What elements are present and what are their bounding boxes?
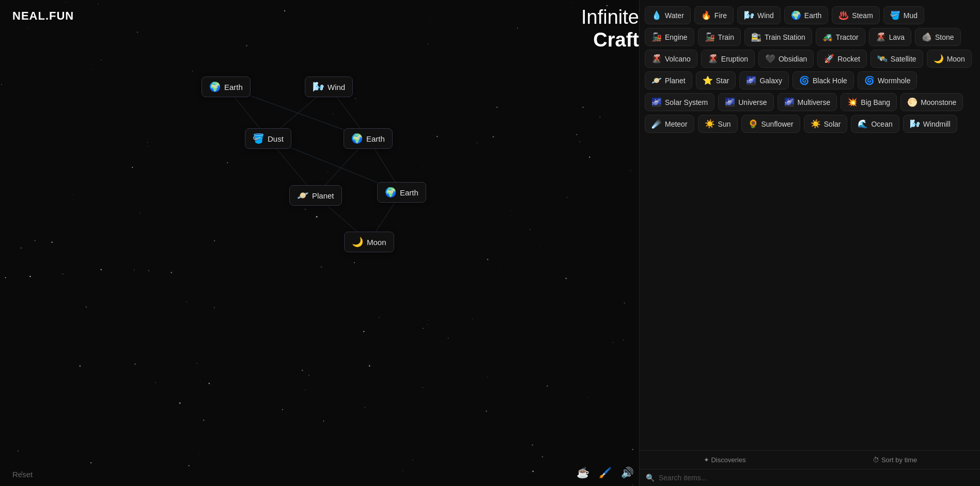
bottom-toolbar: ☕ 🖌️ 🔊 xyxy=(577,466,634,479)
item-emoji: 🔥 xyxy=(701,10,711,20)
item-emoji: 💥 xyxy=(847,97,858,107)
node-label: Dust xyxy=(268,134,284,143)
item-emoji: 🌋 xyxy=(651,54,662,64)
item-emoji: 💧 xyxy=(651,10,662,20)
item-label: Ocean xyxy=(871,120,892,128)
item-emoji: 🌀 xyxy=(864,75,875,85)
item-label: Mud xyxy=(904,11,917,20)
logo: NEAL.FUN xyxy=(12,9,74,23)
sidebar-item-wind[interactable]: 🌬️Wind xyxy=(737,6,781,24)
item-emoji: ♨️ xyxy=(838,10,849,20)
node-label: Earth xyxy=(366,134,385,143)
sidebar-item-tractor[interactable]: 🚜Tractor xyxy=(816,28,865,46)
sidebar-item-rocket[interactable]: 🚀Rocket xyxy=(817,50,867,68)
item-label: Train Station xyxy=(765,33,805,41)
item-emoji: 🌙 xyxy=(934,54,944,64)
item-emoji: 🪐 xyxy=(651,75,662,85)
sidebar-item-solar[interactable]: ☀️Solar xyxy=(804,115,848,133)
sidebar-item-satellite[interactable]: 🛰️Satellite xyxy=(870,50,923,68)
sidebar-item-earth[interactable]: 🌍Earth xyxy=(784,6,828,24)
sidebar-item-sun[interactable]: ☀️Sun xyxy=(698,115,738,133)
sound-icon[interactable]: 🔊 xyxy=(621,466,634,479)
sidebar-item-mud[interactable]: 🪣Mud xyxy=(883,6,924,24)
sidebar-item-volcano[interactable]: 🌋Volcano xyxy=(645,50,697,68)
sidebar-item-planet[interactable]: 🪐Planet xyxy=(645,71,692,89)
item-label: Moon xyxy=(947,55,965,63)
node-emoji: 🪐 xyxy=(297,190,308,201)
sidebar-item-engine[interactable]: 🚂Engine xyxy=(645,28,694,46)
sidebar-item-multiverse[interactable]: 🌌Multiverse xyxy=(777,93,837,111)
item-label: Sun xyxy=(718,120,731,128)
item-label: Obsidian xyxy=(779,55,807,63)
search-icon: 🔍 xyxy=(646,474,655,482)
item-label: Solar xyxy=(824,120,841,128)
sidebar-item-galaxy[interactable]: 🌌Galaxy xyxy=(739,71,789,89)
sidebar-item-fire[interactable]: 🔥Fire xyxy=(694,6,734,24)
sidebar-item-wormhole[interactable]: 🌀Wormhole xyxy=(858,71,917,89)
item-emoji: 🛰️ xyxy=(877,54,888,64)
sidebar-item-train-station[interactable]: 🚉Train Station xyxy=(744,28,812,46)
search-input[interactable] xyxy=(659,474,974,482)
item-label: Universe xyxy=(738,98,767,107)
sidebar-item-solar-system[interactable]: 🌌Solar System xyxy=(645,93,714,111)
item-label: Sunflower xyxy=(761,120,794,128)
item-label: Multiverse xyxy=(798,98,831,107)
sidebar-item-obsidian[interactable]: 🖤Obsidian xyxy=(758,50,814,68)
node-dust1[interactable]: 🪣Dust xyxy=(245,128,291,149)
tab-discoveries[interactable]: ✦ Discoveries xyxy=(640,451,810,469)
item-label: Earth xyxy=(804,11,821,20)
item-label: Wormhole xyxy=(878,77,911,85)
item-label: Eruption xyxy=(721,55,748,63)
craft-canvas: 🌍Earth🌬️Wind🪣Dust🌍Earth🪐Planet🌍Earth🌙Moo… xyxy=(0,0,635,486)
sidebar-item-steam[interactable]: ♨️Steam xyxy=(832,6,879,24)
node-earth2[interactable]: 🌍Earth xyxy=(344,128,393,149)
item-label: Stone xyxy=(935,33,954,41)
sidebar-item-meteor[interactable]: ☄️Meteor xyxy=(645,115,694,133)
item-emoji: ☄️ xyxy=(651,119,662,129)
sidebar-item-star[interactable]: ⭐Star xyxy=(696,71,736,89)
node-planet1[interactable]: 🪐Planet xyxy=(289,185,342,206)
node-emoji: 🌍 xyxy=(385,187,396,198)
item-label: Fire xyxy=(714,11,727,20)
sidebar-item-eruption[interactable]: 🌋Eruption xyxy=(701,50,755,68)
item-label: Galaxy xyxy=(759,77,782,85)
sidebar-item-moonstone[interactable]: 🌕Moonstone xyxy=(900,93,963,111)
item-label: Lava xyxy=(889,33,905,41)
brush-icon[interactable]: 🖌️ xyxy=(599,466,612,479)
node-earth3[interactable]: 🌍Earth xyxy=(377,182,426,203)
item-label: Steam xyxy=(852,11,873,20)
reset-button[interactable]: Reset xyxy=(12,470,33,479)
item-emoji: 🖤 xyxy=(765,54,775,64)
node-label: Earth xyxy=(224,83,243,92)
sidebar-item-windmill[interactable]: 🌬️Windmill xyxy=(903,115,957,133)
item-label: Windmill xyxy=(923,120,951,128)
sidebar-item-moon[interactable]: 🌙Moon xyxy=(927,50,972,68)
node-label: Moon xyxy=(367,238,386,247)
tab-sort-by-time[interactable]: ⏱ Sort by time xyxy=(810,451,981,469)
item-label: Solar System xyxy=(665,98,708,107)
item-emoji: 🌋 xyxy=(708,54,718,64)
sidebar-item-sunflower[interactable]: 🌻Sunflower xyxy=(741,115,800,133)
node-wind1[interactable]: 🌬️Wind xyxy=(305,77,353,97)
item-emoji: 🌌 xyxy=(725,97,735,107)
item-emoji: 🚂 xyxy=(651,32,662,42)
sidebar-item-train[interactable]: 🚂Train xyxy=(698,28,741,46)
item-label: Tractor xyxy=(836,33,859,41)
item-emoji: 🌕 xyxy=(907,97,917,107)
sidebar-item-ocean[interactable]: 🌊Ocean xyxy=(851,115,899,133)
sidebar-item-black-hole[interactable]: 🌀Black Hole xyxy=(792,71,854,89)
sidebar-item-universe[interactable]: 🌌Universe xyxy=(718,93,773,111)
item-emoji: 🌍 xyxy=(791,10,801,20)
sidebar-item-big-bang[interactable]: 💥Big Bang xyxy=(841,93,897,111)
sidebar-tabs: ✦ Discoveries ⏱ Sort by time xyxy=(640,451,980,469)
item-emoji: 🚉 xyxy=(751,32,761,42)
node-emoji: 🪣 xyxy=(253,133,264,144)
item-emoji: ⭐ xyxy=(703,75,713,85)
node-earth1[interactable]: 🌍Earth xyxy=(201,77,251,97)
sidebar-item-water[interactable]: 💧Water xyxy=(645,6,691,24)
node-moon1[interactable]: 🌙Moon xyxy=(344,232,394,252)
sidebar-item-lava[interactable]: 🌋Lava xyxy=(869,28,911,46)
coffee-icon[interactable]: ☕ xyxy=(577,466,589,479)
item-label: Meteor xyxy=(665,120,688,128)
sidebar-item-stone[interactable]: 🪨Stone xyxy=(915,28,961,46)
